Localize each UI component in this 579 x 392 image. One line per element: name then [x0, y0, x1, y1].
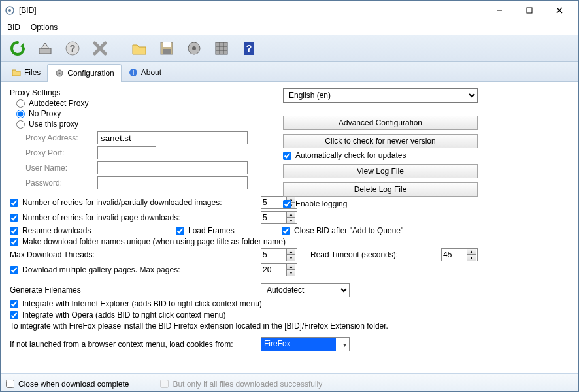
svg-rect-12 [163, 42, 171, 47]
gear-button[interactable] [182, 37, 206, 60]
max-threads-label: Max Download Threads: [10, 250, 95, 259]
integrate-opera-label: Integrate with Opera (adds BID to right … [22, 310, 225, 319]
unique-folder-label: Make download folder names unique (when … [22, 237, 286, 246]
statusbar: Close when download complete But only if… [1, 373, 578, 391]
load-frames-checkbox[interactable] [176, 227, 184, 235]
titlebar: [BID] [1, 1, 578, 20]
cookies-select[interactable]: FireFox [261, 337, 350, 351]
window-title: [BID] [19, 6, 484, 15]
read-timeout-value[interactable] [442, 249, 467, 261]
proxy-address-label: Proxy Address: [25, 133, 97, 142]
grid-button[interactable] [210, 37, 233, 60]
proxy-legend: Proxy Settings [10, 88, 284, 97]
retries-pages-checkbox[interactable] [10, 214, 18, 222]
close-complete-label: Close when download complete [18, 380, 129, 389]
proxy-pass-input[interactable] [97, 176, 248, 189]
svg-point-1 [8, 9, 11, 12]
resume-label: Resume downloads [22, 226, 91, 235]
tab-files-label: Files [24, 68, 41, 77]
menubar: BID Options [1, 20, 578, 35]
radio-usethis-label: Use this proxy [29, 120, 78, 129]
svg-text:i: i [132, 69, 134, 76]
close-after-checkbox[interactable] [282, 227, 290, 235]
retries-pages-value[interactable] [261, 212, 286, 223]
proxy-user-input[interactable] [97, 161, 248, 174]
menu-bid[interactable]: BID [7, 23, 20, 32]
advanced-config-button[interactable]: Advanced Configuration [283, 116, 478, 130]
maximize-button[interactable] [514, 1, 544, 20]
proxy-pass-label: Password: [25, 178, 97, 188]
retries-images-checkbox[interactable] [10, 199, 18, 207]
close-button[interactable] [544, 1, 574, 20]
proxy-address-input[interactable] [97, 131, 248, 144]
gen-filenames-select[interactable]: Autodetect [261, 283, 350, 297]
auto-check-updates-label: Automatically check for updates [295, 151, 406, 160]
cookies-label: If not launched from a browser context m… [10, 340, 233, 349]
proxy-port-label: Proxy Port: [25, 148, 97, 157]
multi-gallery-spinner[interactable]: ▲▼ [261, 263, 297, 276]
settings-grid: Number of retries for invalid/partially … [10, 196, 569, 351]
tab-configuration[interactable]: Configuration [47, 64, 121, 82]
unique-folder-checkbox[interactable] [10, 238, 18, 246]
svg-point-24 [59, 72, 61, 74]
multi-gallery-checkbox[interactable] [10, 266, 18, 274]
about-toolbar-button[interactable]: ? [237, 37, 261, 60]
radio-autodetect[interactable] [16, 99, 25, 108]
enable-logging-label: Enable logging [295, 199, 347, 208]
proxy-port-input[interactable] [97, 146, 156, 159]
resume-checkbox[interactable] [10, 227, 18, 235]
tab-about-label: About [141, 68, 161, 77]
read-timeout-spinner[interactable]: ▲▼ [441, 248, 478, 261]
tab-configuration-label: Configuration [67, 69, 114, 78]
enable-logging-checkbox[interactable] [283, 200, 291, 208]
cookies-value: FireFox [261, 338, 336, 351]
svg-text:?: ? [246, 43, 252, 54]
firefox-note: To integrate with FireFox please install… [10, 321, 388, 331]
svg-rect-6 [39, 48, 51, 54]
multi-gallery-label: Download multiple gallery pages. Max pag… [22, 265, 180, 274]
language-select[interactable]: English (en) [283, 88, 478, 103]
proxy-user-label: User Name: [25, 163, 97, 172]
multi-gallery-value[interactable] [261, 264, 286, 276]
scanner-button[interactable] [33, 37, 57, 60]
gear-icon [54, 68, 65, 78]
close-complete-checkbox[interactable] [6, 380, 14, 388]
menu-options[interactable]: Options [31, 23, 58, 32]
radio-usethis[interactable] [16, 120, 25, 129]
svg-rect-13 [163, 49, 171, 54]
tab-files[interactable]: Files [5, 63, 47, 82]
radio-noproxy-label: No Proxy [29, 109, 61, 118]
help-button[interactable]: ? [61, 37, 84, 60]
proxy-settings-group: Proxy Settings Autodetect Proxy No Proxy… [10, 88, 284, 189]
integrate-opera-checkbox[interactable] [10, 311, 18, 319]
minimize-button[interactable] [484, 1, 514, 20]
content-pane: Proxy Settings Autodetect Proxy No Proxy… [1, 82, 578, 373]
tab-about[interactable]: i About [122, 63, 168, 82]
right-column: English (en) Advanced Configuration Clic… [283, 88, 479, 208]
files-icon [11, 67, 22, 78]
close-after-label: Close BID after "Add to Queue" [294, 226, 403, 235]
check-version-button[interactable]: Click to check for newer version [283, 134, 478, 148]
info-icon: i [128, 67, 139, 78]
folder-button[interactable] [127, 37, 151, 60]
radio-noproxy[interactable] [16, 110, 25, 118]
toolbar: ? ? [1, 35, 578, 62]
delete-log-button[interactable]: Delete Log File [283, 182, 478, 197]
svg-rect-16 [216, 42, 227, 54]
max-threads-spinner[interactable]: ▲▼ [261, 248, 297, 261]
read-timeout-label: Read Timeout (seconds): [310, 250, 398, 259]
radio-autodetect-label: Autodetect Proxy [29, 99, 88, 108]
max-threads-value[interactable] [261, 249, 286, 261]
retries-images-label: Number of retries for invalid/partially … [22, 198, 222, 207]
only-success-checkbox [160, 380, 169, 388]
delete-button[interactable] [88, 37, 112, 60]
view-log-button[interactable]: View Log File [283, 164, 478, 178]
save-button[interactable] [155, 37, 178, 60]
integrate-ie-checkbox[interactable] [10, 300, 18, 308]
auto-check-updates-checkbox[interactable] [283, 152, 291, 160]
refresh-button[interactable] [6, 37, 29, 60]
svg-point-15 [192, 46, 196, 50]
retries-pages-spinner[interactable]: ▲▼ [261, 211, 297, 224]
svg-rect-3 [527, 8, 532, 13]
svg-text:?: ? [70, 43, 76, 54]
